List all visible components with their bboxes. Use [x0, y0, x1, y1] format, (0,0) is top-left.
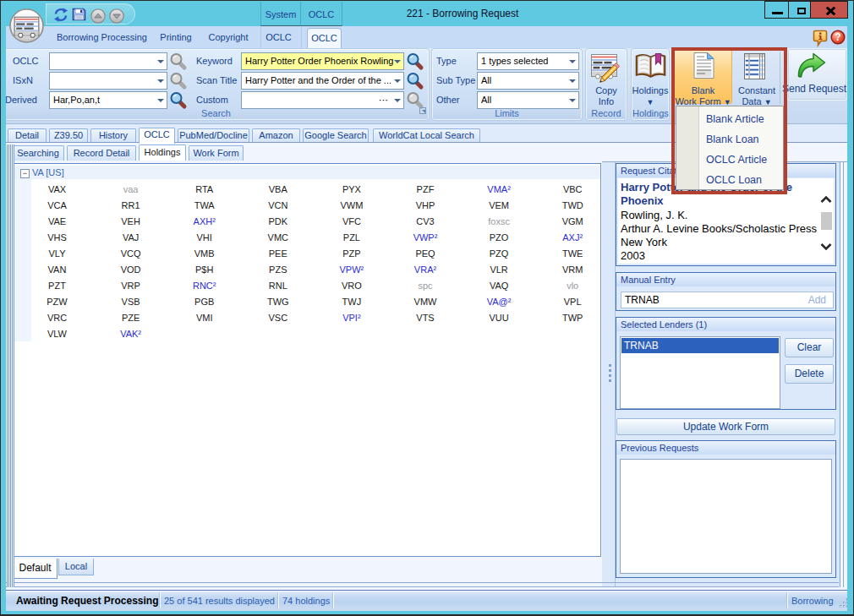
svg-text:?: ? — [835, 31, 840, 43]
